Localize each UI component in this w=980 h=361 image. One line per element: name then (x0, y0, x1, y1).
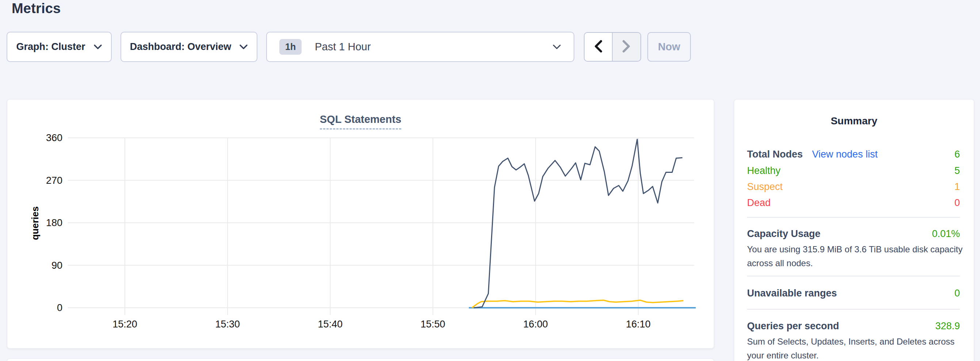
y-tick-label: 270 (32, 174, 62, 187)
capacity-usage-value: 0.01% (932, 227, 960, 240)
x-tick-label: 16:10 (620, 318, 657, 330)
summary-heading: Summary (734, 115, 974, 127)
now-button-label: Now (658, 41, 680, 53)
summary-panel: Summary Total Nodes View nodes list 6 He… (734, 99, 974, 361)
y-tick-label: 180 (32, 217, 62, 229)
time-range-label: Past 1 Hour (315, 41, 371, 53)
x-tick-label: 16:00 (517, 318, 554, 330)
x-tick-label: 15:40 (312, 318, 348, 330)
y-tick-label: 90 (32, 259, 62, 272)
page-title: Metrics (12, 1, 60, 16)
suspect-nodes-value: 1 (955, 180, 960, 193)
capacity-usage-label: Capacity Usage (747, 228, 821, 239)
divider (747, 217, 960, 218)
view-nodes-list-link[interactable]: View nodes list (812, 149, 878, 160)
y-tick-label: 0 (32, 302, 62, 314)
dashboard-label: Dashboard: Overview (130, 41, 231, 52)
chevron-down-icon (239, 44, 248, 50)
line-chart-plot[interactable] (68, 128, 696, 318)
divider (747, 309, 960, 310)
next-chart-card-partial (7, 358, 714, 361)
x-tick-label: 15:20 (107, 318, 143, 330)
x-tick-label: 15:50 (415, 318, 451, 330)
capacity-usage-description: You are using 315.9 MiB of 3.6 TiB usabl… (747, 242, 963, 270)
unavailable-ranges-label: Unavailable ranges (747, 288, 837, 299)
time-range-badge: 1h (279, 39, 302, 55)
previous-time-button[interactable] (585, 33, 612, 61)
dead-nodes-value: 0 (955, 196, 960, 209)
total-nodes-value: 6 (955, 148, 960, 161)
healthy-nodes-label: Healthy (747, 165, 781, 176)
queries-per-second-description: Sum of Selects, Updates, Inserts, and De… (747, 335, 963, 361)
queries-per-second-value: 328.9 (935, 320, 960, 332)
chevron-down-icon (552, 44, 561, 50)
divider (747, 276, 960, 276)
time-range-selector[interactable]: 1h Past 1 Hour (266, 32, 574, 62)
suspect-nodes-label: Suspect (747, 181, 783, 192)
next-time-button-disabled[interactable] (612, 33, 641, 61)
metrics-page: Metrics Graph: Cluster Dashboard: Overvi… (0, 0, 980, 361)
now-button[interactable]: Now (648, 32, 691, 62)
x-tick-label: 15:30 (209, 318, 246, 330)
sql-statements-chart-card: SQL Statements queries 090180270360 15:2… (7, 99, 714, 348)
time-nav-arrows (584, 32, 641, 62)
series-inserts (474, 139, 682, 308)
chart-title[interactable]: SQL Statements (320, 113, 401, 130)
y-tick-label: 360 (32, 131, 62, 144)
chevron-right-icon (622, 40, 631, 54)
chevron-down-icon (94, 44, 102, 50)
dead-nodes-label: Dead (747, 197, 771, 208)
chevron-left-icon (593, 40, 603, 54)
total-nodes-label: Total Nodes (747, 149, 803, 160)
graph-scope-label: Graph: Cluster (16, 41, 85, 52)
dashboard-dropdown[interactable]: Dashboard: Overview (121, 32, 258, 62)
unavailable-ranges-value: 0 (955, 287, 960, 300)
healthy-nodes-value: 5 (955, 164, 960, 177)
series-updates (472, 300, 684, 308)
queries-per-second-label: Queries per second (747, 320, 839, 331)
graph-scope-dropdown[interactable]: Graph: Cluster (6, 32, 112, 62)
